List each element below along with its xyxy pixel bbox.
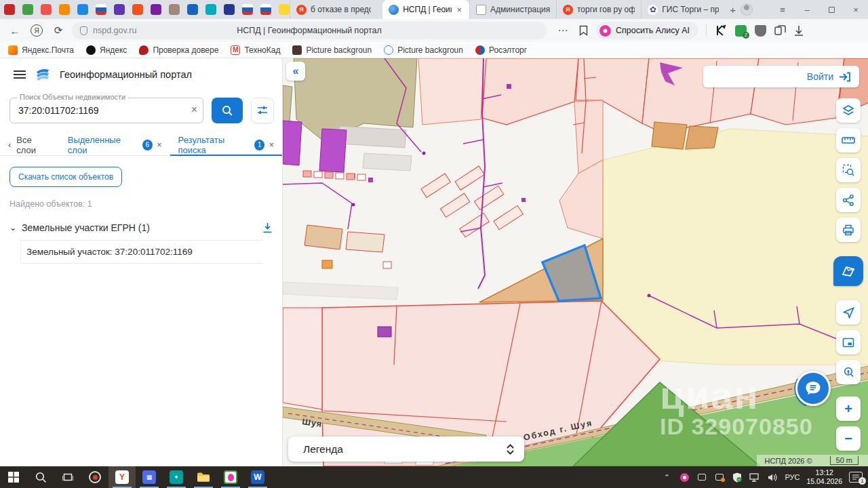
notification-center-button[interactable]: 1 xyxy=(849,472,863,483)
defender-icon[interactable] xyxy=(732,472,743,483)
collapse-panel-button[interactable]: « xyxy=(286,62,305,81)
minimap-button[interactable] xyxy=(836,330,861,354)
search-button[interactable] xyxy=(212,98,243,123)
bookmark-item[interactable]: Picture backgroun xyxy=(292,45,372,55)
tray-app-icon[interactable] xyxy=(696,472,707,483)
yandex-home-button[interactable]: Я xyxy=(28,22,45,39)
tab-all-layers[interactable]: ‹ Все слои xyxy=(3,134,60,155)
map-viewport[interactable]: Шуя Обход г. Шуя циан ID 329070850 « Вой… xyxy=(283,58,868,466)
downloads-icon[interactable] xyxy=(794,25,804,36)
close-icon[interactable]: × xyxy=(157,140,162,150)
site-favicon[interactable] xyxy=(151,4,161,15)
bookmark-item[interactable]: Яндекс.Почта xyxy=(8,45,74,55)
zoom-in-button[interactable]: + xyxy=(836,396,861,421)
tab-nspd-active[interactable]: НСПД | Геоинф × xyxy=(382,0,469,19)
extension-shield-icon[interactable]: 2 xyxy=(735,25,747,37)
start-button[interactable] xyxy=(0,466,27,488)
address-bar[interactable]: nspd.gov.ru НСПД | Геоинформационный пор… xyxy=(72,22,547,39)
alice-tray-icon[interactable] xyxy=(679,472,690,483)
search-field[interactable]: Поиск Объекты недвижимости × xyxy=(9,98,203,123)
close-window-button[interactable]: × xyxy=(844,0,868,19)
app-word[interactable]: W xyxy=(244,466,271,488)
extension-k-icon[interactable] xyxy=(715,24,727,37)
app-recorder[interactable] xyxy=(81,466,108,488)
app-sbis[interactable]: ✦ xyxy=(163,466,190,488)
measure-button[interactable] xyxy=(836,128,861,152)
tab-pinned-search[interactable]: б отказе в предост xyxy=(290,0,377,19)
tab-gis-torgi[interactable]: ГИС Торги – прод xyxy=(641,0,725,19)
new-tab-button[interactable]: + xyxy=(725,0,741,19)
menu-icon[interactable] xyxy=(14,70,26,79)
site-favicon[interactable] xyxy=(205,4,216,15)
download-list-button[interactable]: Скачать список объектов xyxy=(9,167,122,187)
site-favicon[interactable] xyxy=(242,4,253,15)
tab-administration[interactable]: Администрация Ш xyxy=(469,0,556,19)
volume-icon[interactable] xyxy=(767,472,778,483)
bookmark-flag-icon[interactable] xyxy=(579,25,588,36)
profile-avatar[interactable] xyxy=(741,3,753,16)
search-location-button[interactable] xyxy=(836,360,861,384)
app-yandex-browser[interactable]: Y xyxy=(108,466,136,488)
site-favicon[interactable] xyxy=(132,4,143,15)
tray-expand-icon[interactable]: ⌃ xyxy=(661,472,672,483)
bookmark-item[interactable]: Яндекс xyxy=(86,45,127,55)
login-bar[interactable]: Войти xyxy=(703,66,859,87)
locate-button[interactable] xyxy=(836,300,861,325)
bookmark-item[interactable]: Picture backgroun xyxy=(384,45,463,55)
extension-adblock-icon[interactable] xyxy=(755,25,766,37)
chat-button[interactable] xyxy=(795,371,831,406)
site-favicon[interactable] xyxy=(224,4,235,15)
yandex-icon xyxy=(563,5,573,15)
minimize-button[interactable]: – xyxy=(795,0,819,19)
app-explorer[interactable] xyxy=(190,466,217,488)
result-item[interactable]: Земельный участок: 37:20:011702:1169 xyxy=(20,240,263,264)
site-favicon[interactable] xyxy=(77,4,88,15)
layers-button[interactable] xyxy=(836,98,861,123)
app-paint[interactable] xyxy=(217,466,244,488)
bookmark-item[interactable]: Росэлторг xyxy=(475,45,527,55)
site-favicon[interactable] xyxy=(22,4,33,15)
restore-button[interactable] xyxy=(819,0,844,19)
language-indicator[interactable]: РУС xyxy=(785,473,800,481)
tab-search-results[interactable]: Результаты поиска 1 × xyxy=(170,134,282,155)
tab-selected-layers[interactable]: Выделенные слои 6 × xyxy=(60,134,170,155)
tray-update-icon[interactable] xyxy=(714,472,725,483)
clear-search-icon[interactable]: × xyxy=(191,104,197,116)
clock[interactable]: 13:12 15.04.2026 xyxy=(806,468,842,486)
site-favicon[interactable] xyxy=(169,4,180,15)
zoom-out-button[interactable]: − xyxy=(836,426,861,451)
bookmark-item[interactable]: MТехноКад xyxy=(231,45,280,55)
browser-menu-icon[interactable]: ≡ xyxy=(770,0,795,19)
site-favicon[interactable] xyxy=(41,4,52,15)
network-icon[interactable] xyxy=(749,472,760,483)
close-icon[interactable]: × xyxy=(269,140,274,150)
taskbar-search-button[interactable] xyxy=(27,466,54,488)
collections-icon[interactable] xyxy=(774,25,786,36)
expand-icon xyxy=(506,443,515,455)
more-icon[interactable]: ⋯ xyxy=(555,22,571,39)
site-favicon[interactable] xyxy=(279,4,290,15)
basemap-button[interactable] xyxy=(833,256,863,286)
task-view-button[interactable] xyxy=(54,466,81,488)
legend-bar[interactable]: Легенда xyxy=(288,436,524,462)
tab-torgi-gov[interactable]: торги гов ру офиц xyxy=(556,0,641,19)
site-favicon[interactable] xyxy=(59,4,70,15)
site-favicon[interactable] xyxy=(96,4,106,15)
site-favicon[interactable] xyxy=(260,4,271,15)
result-group-row[interactable]: ⌄ Земельные участки ЕГРН (1) xyxy=(9,222,273,233)
share-button[interactable] xyxy=(836,188,861,212)
bookmark-item[interactable]: Проверка довере xyxy=(139,45,218,55)
filters-button[interactable] xyxy=(251,98,274,123)
alice-button[interactable]: Спросить Алису AI xyxy=(596,22,698,39)
back-button[interactable]: ← xyxy=(7,22,23,39)
print-button[interactable] xyxy=(836,218,861,242)
reload-button[interactable]: ⟳ xyxy=(50,22,66,39)
site-favicon[interactable] xyxy=(4,4,15,15)
select-area-button[interactable] xyxy=(836,158,861,182)
close-icon[interactable]: × xyxy=(456,5,464,15)
search-input[interactable] xyxy=(18,105,182,116)
site-favicon[interactable] xyxy=(114,4,125,15)
app-calculator[interactable]: ▦ xyxy=(136,466,163,488)
download-icon[interactable] xyxy=(262,222,273,233)
site-favicon[interactable] xyxy=(187,4,198,15)
